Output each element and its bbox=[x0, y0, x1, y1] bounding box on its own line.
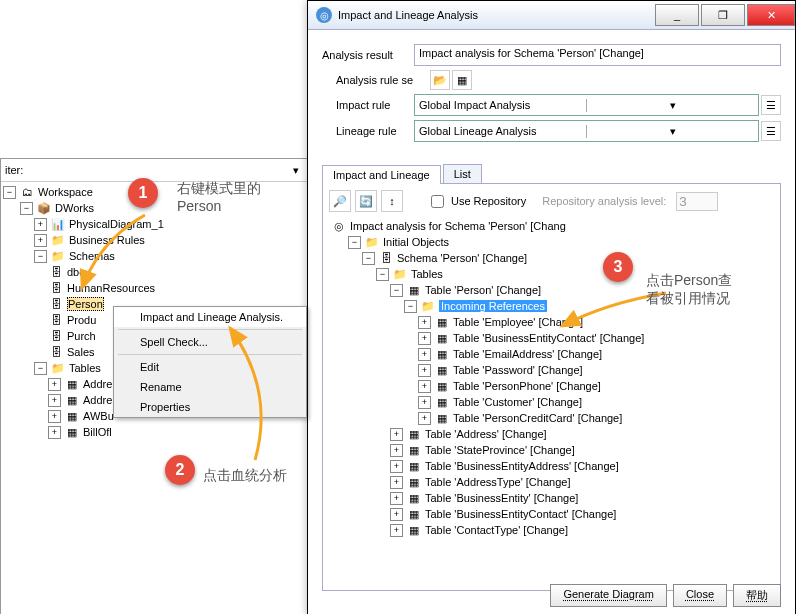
properties-icon[interactable]: ☰ bbox=[761, 95, 781, 115]
tree-item[interactable]: dbo bbox=[67, 266, 85, 278]
minimize-button[interactable]: _ bbox=[655, 4, 699, 26]
expander-icon[interactable]: + bbox=[390, 508, 403, 521]
tree-item[interactable]: Table 'PersonPhone' [Change] bbox=[453, 380, 601, 392]
chevron-down-icon[interactable]: ▾ bbox=[586, 99, 758, 112]
tree-item[interactable]: Table 'Person' [Change] bbox=[425, 284, 541, 296]
tree-item[interactable]: Table 'Customer' [Change] bbox=[453, 396, 582, 408]
expander-icon[interactable]: + bbox=[390, 476, 403, 489]
tree-item[interactable]: Schemas bbox=[69, 250, 115, 262]
find-icon[interactable]: 🔎 bbox=[329, 190, 351, 212]
close-button[interactable]: ✕ bbox=[747, 4, 795, 26]
tree-item[interactable]: Addre bbox=[83, 394, 112, 406]
close-dialog-button[interactable]: Close bbox=[673, 584, 727, 607]
schema-icon: 🗄 bbox=[48, 313, 64, 327]
tree-item[interactable]: Table 'BusinessEntityContact' [Change] bbox=[453, 332, 644, 344]
expander-icon[interactable]: + bbox=[390, 492, 403, 505]
menu-spell-check[interactable]: Spell Check... bbox=[114, 332, 306, 352]
repo-level-input[interactable] bbox=[676, 192, 718, 211]
tree-item[interactable]: Table 'StateProvince' [Change] bbox=[425, 444, 575, 456]
expand-icon[interactable]: ↕ bbox=[381, 190, 403, 212]
expander-icon[interactable]: − bbox=[362, 252, 375, 265]
use-repository-input[interactable] bbox=[431, 195, 444, 208]
tree-item[interactable]: Table 'Password' [Change] bbox=[453, 364, 583, 376]
use-repository-checkbox[interactable]: Use Repository bbox=[427, 192, 526, 211]
tree-item[interactable]: Table 'AddressType' [Change] bbox=[425, 476, 570, 488]
expander-icon[interactable]: − bbox=[390, 284, 403, 297]
tree-root[interactable]: Impact analysis for Schema 'Person' [Cha… bbox=[350, 220, 566, 232]
expander-icon[interactable]: + bbox=[48, 426, 61, 439]
expander-icon[interactable]: + bbox=[390, 460, 403, 473]
open-icon[interactable]: 📂 bbox=[430, 70, 450, 90]
menu-properties[interactable]: Properties bbox=[114, 397, 306, 417]
expander-icon[interactable]: + bbox=[418, 380, 431, 393]
expander-icon[interactable]: − bbox=[348, 236, 361, 249]
tree-item-selected[interactable]: Incoming References bbox=[439, 300, 547, 312]
expander-icon[interactable]: + bbox=[418, 396, 431, 409]
expander-icon[interactable]: − bbox=[404, 300, 417, 313]
menu-edit[interactable]: Edit bbox=[114, 357, 306, 377]
expander-icon[interactable]: + bbox=[418, 332, 431, 345]
expander-icon[interactable]: + bbox=[390, 428, 403, 441]
tree-item[interactable]: Table 'BusinessEntity' [Change] bbox=[425, 492, 578, 504]
menu-impact-analysis[interactable]: Impact and Lineage Analysis. bbox=[114, 307, 306, 327]
expander-icon[interactable]: + bbox=[48, 394, 61, 407]
menu-rename[interactable]: Rename bbox=[114, 377, 306, 397]
tree-item[interactable]: Table 'Employee' [Change] bbox=[453, 316, 583, 328]
expander-icon[interactable]: + bbox=[418, 412, 431, 425]
tree-root[interactable]: Workspace bbox=[38, 186, 93, 198]
expander-icon[interactable]: + bbox=[390, 444, 403, 457]
expander-icon[interactable]: − bbox=[376, 268, 389, 281]
tree-item[interactable]: Table 'EmailAddress' [Change] bbox=[453, 348, 602, 360]
tree-item[interactable]: Addre bbox=[83, 378, 112, 390]
schema-icon: 🗄 bbox=[48, 329, 64, 343]
expander-icon[interactable]: + bbox=[48, 410, 61, 423]
tree-item[interactable]: DWorks bbox=[55, 202, 94, 214]
expander-icon[interactable]: + bbox=[34, 234, 47, 247]
tab-list[interactable]: List bbox=[443, 164, 482, 183]
tree-item[interactable]: Initial Objects bbox=[383, 236, 449, 248]
badge-2: 2 bbox=[165, 455, 195, 485]
tree-item[interactable]: Table 'BusinessEntityContact' [Change] bbox=[425, 508, 616, 520]
tree-item[interactable]: Sales bbox=[67, 346, 95, 358]
maximize-button[interactable]: ❐ bbox=[701, 4, 745, 26]
expander-icon[interactable]: + bbox=[34, 218, 47, 231]
chevron-down-icon[interactable]: ▾ bbox=[586, 125, 758, 138]
tree-item[interactable]: AWBu bbox=[83, 410, 114, 422]
expander-icon[interactable]: − bbox=[20, 202, 33, 215]
tree-item[interactable]: Table 'BusinessEntityAddress' [Change] bbox=[425, 460, 619, 472]
generate-diagram-button[interactable]: Generate Diagram bbox=[550, 584, 667, 607]
tree-item[interactable]: Purch bbox=[67, 330, 96, 342]
tree-item[interactable]: Business Rules bbox=[69, 234, 145, 246]
expander-icon[interactable]: + bbox=[48, 378, 61, 391]
expander-icon[interactable]: − bbox=[3, 186, 16, 199]
expander-icon[interactable]: − bbox=[34, 362, 47, 375]
expander-icon[interactable]: + bbox=[418, 364, 431, 377]
filter-input[interactable] bbox=[27, 163, 285, 177]
tree-item[interactable]: Tables bbox=[411, 268, 443, 280]
tree-item-selected[interactable]: Person bbox=[67, 297, 104, 311]
tree-item[interactable]: Table 'PersonCreditCard' [Change] bbox=[453, 412, 622, 424]
impact-rule-dropdown[interactable]: Global Impact Analysis▾ bbox=[414, 94, 759, 116]
tree-item[interactable]: Schema 'Person' [Change] bbox=[397, 252, 527, 264]
tab-impact-lineage[interactable]: Impact and Lineage bbox=[322, 165, 441, 184]
tree-item[interactable]: HumanResources bbox=[67, 282, 155, 294]
expander-icon[interactable]: − bbox=[34, 250, 47, 263]
badge-1: 1 bbox=[128, 178, 158, 208]
expander-icon[interactable]: + bbox=[390, 524, 403, 537]
tree-item[interactable]: Table 'ContactType' [Change] bbox=[425, 524, 568, 536]
refresh-icon[interactable]: 🔄 bbox=[355, 190, 377, 212]
properties-icon[interactable]: ☰ bbox=[761, 121, 781, 141]
titlebar[interactable]: ◎ Impact and Lineage Analysis _ ❐ ✕ bbox=[308, 1, 795, 30]
expander-icon[interactable]: + bbox=[418, 348, 431, 361]
help-button[interactable]: 帮助 bbox=[733, 584, 781, 607]
tree-item[interactable]: PhysicalDiagram_1 bbox=[69, 218, 164, 230]
tree-item[interactable]: Produ bbox=[67, 314, 96, 326]
expander-icon[interactable]: + bbox=[418, 316, 431, 329]
analysis-result-field[interactable]: Impact analysis for Schema 'Person' [Cha… bbox=[414, 44, 781, 66]
grid-icon[interactable]: ▦ bbox=[452, 70, 472, 90]
filter-dropdown[interactable]: ▾ bbox=[289, 164, 303, 177]
tree-item[interactable]: Table 'Address' [Change] bbox=[425, 428, 547, 440]
tree-item[interactable]: Tables bbox=[69, 362, 101, 374]
tree-item[interactable]: BillOfl bbox=[83, 426, 112, 438]
lineage-rule-dropdown[interactable]: Global Lineage Analysis▾ bbox=[414, 120, 759, 142]
